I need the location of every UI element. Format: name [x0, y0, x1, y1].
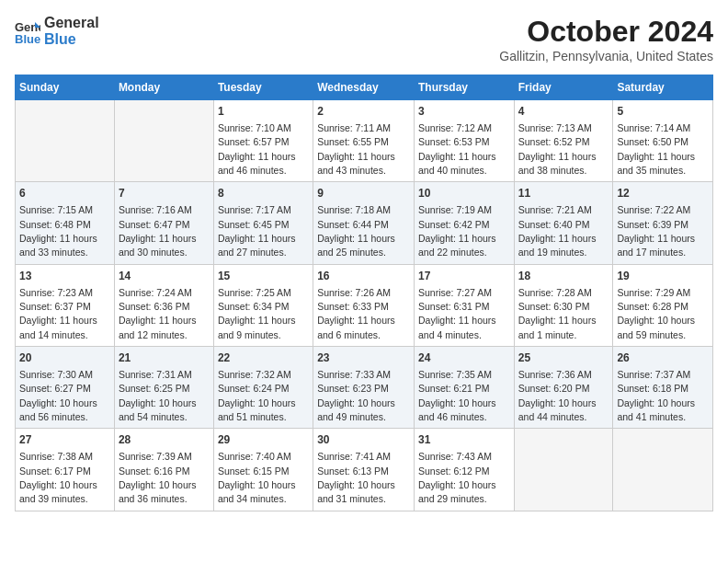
calendar-day-cell: 17Sunrise: 7:27 AMSunset: 6:31 PMDayligh… [414, 264, 514, 346]
day-number: 20 [19, 350, 110, 366]
calendar-day-cell: 11Sunrise: 7:21 AMSunset: 6:40 PMDayligh… [514, 182, 613, 264]
day-number: 5 [617, 104, 709, 120]
day-number: 15 [218, 269, 309, 284]
day-number: 25 [518, 350, 609, 366]
day-info: Sunrise: 7:40 AMSunset: 6:15 PMDaylight:… [218, 451, 296, 504]
day-number: 10 [418, 186, 510, 201]
day-info: Sunrise: 7:23 AMSunset: 6:37 PMDaylight:… [19, 287, 97, 340]
day-number: 21 [119, 350, 210, 366]
day-number: 16 [317, 269, 410, 284]
calendar-day-cell: 24Sunrise: 7:35 AMSunset: 6:21 PMDayligh… [414, 347, 514, 429]
day-number: 23 [317, 350, 410, 366]
day-info: Sunrise: 7:27 AMSunset: 6:31 PMDaylight:… [418, 287, 496, 340]
day-number: 11 [518, 186, 609, 201]
calendar-week-row: 27Sunrise: 7:38 AMSunset: 6:17 PMDayligh… [16, 429, 713, 511]
calendar-day-cell: 4Sunrise: 7:13 AMSunset: 6:52 PMDaylight… [514, 100, 613, 182]
day-number: 12 [617, 186, 709, 201]
logo-line2: Blue [44, 31, 99, 48]
day-number: 13 [19, 269, 110, 284]
day-number: 14 [119, 269, 210, 284]
day-info: Sunrise: 7:24 AMSunset: 6:36 PMDaylight:… [119, 287, 197, 340]
calendar-day-cell: 10Sunrise: 7:19 AMSunset: 6:42 PMDayligh… [414, 182, 514, 264]
day-number: 28 [119, 432, 210, 448]
weekday-header: Wednesday [313, 75, 415, 100]
day-number: 4 [518, 104, 609, 120]
day-info: Sunrise: 7:16 AMSunset: 6:47 PMDaylight:… [119, 204, 197, 258]
calendar-day-cell: 9Sunrise: 7:18 AMSunset: 6:44 PMDaylight… [313, 182, 415, 264]
month-title: October 2024 [499, 15, 713, 49]
calendar-day-cell: 14Sunrise: 7:24 AMSunset: 6:36 PMDayligh… [114, 264, 213, 346]
calendar-week-row: 20Sunrise: 7:30 AMSunset: 6:27 PMDayligh… [16, 347, 713, 429]
svg-text:Blue: Blue [15, 32, 40, 44]
day-info: Sunrise: 7:28 AMSunset: 6:30 PMDaylight:… [518, 287, 597, 340]
weekday-header-row: SundayMondayTuesdayWednesdayThursdayFrid… [16, 75, 713, 100]
day-number: 22 [218, 350, 309, 366]
calendar-day-cell: 1Sunrise: 7:10 AMSunset: 6:57 PMDaylight… [213, 100, 313, 182]
logo: General Blue General Blue [15, 15, 99, 48]
day-info: Sunrise: 7:41 AMSunset: 6:13 PMDaylight:… [317, 451, 395, 504]
logo-icon: General Blue [15, 18, 40, 44]
day-number: 18 [518, 269, 609, 284]
day-number: 29 [218, 432, 309, 448]
calendar-day-cell: 7Sunrise: 7:16 AMSunset: 6:47 PMDaylight… [114, 182, 213, 264]
day-number: 19 [617, 269, 709, 284]
day-number: 7 [119, 186, 210, 201]
day-number: 3 [418, 104, 510, 120]
calendar-day-cell: 23Sunrise: 7:33 AMSunset: 6:23 PMDayligh… [313, 347, 415, 429]
weekday-header: Saturday [613, 75, 713, 100]
weekday-header: Monday [114, 75, 213, 100]
weekday-header: Friday [514, 75, 613, 100]
day-number: 17 [418, 269, 510, 284]
day-info: Sunrise: 7:37 AMSunset: 6:18 PMDaylight:… [617, 369, 695, 422]
day-info: Sunrise: 7:21 AMSunset: 6:40 PMDaylight:… [518, 204, 597, 258]
day-number: 30 [317, 432, 410, 448]
day-info: Sunrise: 7:29 AMSunset: 6:28 PMDaylight:… [617, 287, 695, 340]
day-number: 2 [317, 104, 410, 120]
day-info: Sunrise: 7:12 AMSunset: 6:53 PMDaylight:… [418, 122, 496, 176]
day-number: 9 [317, 186, 410, 201]
day-info: Sunrise: 7:33 AMSunset: 6:23 PMDaylight:… [317, 369, 395, 422]
day-info: Sunrise: 7:14 AMSunset: 6:50 PMDaylight:… [617, 122, 695, 176]
calendar-day-cell: 3Sunrise: 7:12 AMSunset: 6:53 PMDaylight… [414, 100, 514, 182]
day-info: Sunrise: 7:31 AMSunset: 6:25 PMDaylight:… [119, 369, 197, 422]
calendar-day-cell: 12Sunrise: 7:22 AMSunset: 6:39 PMDayligh… [613, 182, 713, 264]
calendar-day-cell: 20Sunrise: 7:30 AMSunset: 6:27 PMDayligh… [16, 347, 115, 429]
day-info: Sunrise: 7:13 AMSunset: 6:52 PMDaylight:… [518, 122, 597, 176]
calendar-week-row: 6Sunrise: 7:15 AMSunset: 6:48 PMDaylight… [16, 182, 713, 264]
calendar-day-cell: 13Sunrise: 7:23 AMSunset: 6:37 PMDayligh… [16, 264, 115, 346]
day-info: Sunrise: 7:38 AMSunset: 6:17 PMDaylight:… [19, 451, 97, 504]
day-number: 8 [218, 186, 309, 201]
day-number: 31 [418, 432, 510, 448]
day-info: Sunrise: 7:19 AMSunset: 6:42 PMDaylight:… [418, 204, 496, 258]
day-info: Sunrise: 7:43 AMSunset: 6:12 PMDaylight:… [418, 451, 496, 504]
calendar-day-cell: 29Sunrise: 7:40 AMSunset: 6:15 PMDayligh… [213, 429, 313, 511]
calendar-day-cell [613, 429, 713, 511]
calendar-day-cell: 18Sunrise: 7:28 AMSunset: 6:30 PMDayligh… [514, 264, 613, 346]
location: Gallitzin, Pennsylvania, United States [499, 49, 713, 63]
calendar-day-cell: 30Sunrise: 7:41 AMSunset: 6:13 PMDayligh… [313, 429, 415, 511]
day-info: Sunrise: 7:11 AMSunset: 6:55 PMDaylight:… [317, 122, 395, 176]
calendar-day-cell: 21Sunrise: 7:31 AMSunset: 6:25 PMDayligh… [114, 347, 213, 429]
day-info: Sunrise: 7:17 AMSunset: 6:45 PMDaylight:… [218, 204, 296, 258]
day-info: Sunrise: 7:10 AMSunset: 6:57 PMDaylight:… [218, 122, 296, 176]
day-number: 1 [218, 104, 309, 120]
calendar-day-cell: 27Sunrise: 7:38 AMSunset: 6:17 PMDayligh… [16, 429, 115, 511]
calendar-table: SundayMondayTuesdayWednesdayThursdayFrid… [15, 75, 713, 511]
calendar-week-row: 13Sunrise: 7:23 AMSunset: 6:37 PMDayligh… [16, 264, 713, 346]
calendar-day-cell: 19Sunrise: 7:29 AMSunset: 6:28 PMDayligh… [613, 264, 713, 346]
calendar-day-cell: 5Sunrise: 7:14 AMSunset: 6:50 PMDaylight… [613, 100, 713, 182]
day-info: Sunrise: 7:32 AMSunset: 6:24 PMDaylight:… [218, 369, 296, 422]
day-info: Sunrise: 7:22 AMSunset: 6:39 PMDaylight:… [617, 204, 695, 258]
weekday-header: Sunday [16, 75, 115, 100]
day-info: Sunrise: 7:39 AMSunset: 6:16 PMDaylight:… [119, 451, 197, 504]
day-info: Sunrise: 7:35 AMSunset: 6:21 PMDaylight:… [418, 369, 496, 422]
calendar-week-row: 1Sunrise: 7:10 AMSunset: 6:57 PMDaylight… [16, 100, 713, 182]
calendar-day-cell: 25Sunrise: 7:36 AMSunset: 6:20 PMDayligh… [514, 347, 613, 429]
day-number: 27 [19, 432, 110, 448]
calendar-body: 1Sunrise: 7:10 AMSunset: 6:57 PMDaylight… [16, 100, 713, 511]
day-info: Sunrise: 7:18 AMSunset: 6:44 PMDaylight:… [317, 204, 395, 258]
calendar-header: SundayMondayTuesdayWednesdayThursdayFrid… [16, 75, 713, 100]
day-info: Sunrise: 7:30 AMSunset: 6:27 PMDaylight:… [19, 369, 97, 422]
logo-line1: General [44, 15, 99, 31]
calendar-day-cell: 22Sunrise: 7:32 AMSunset: 6:24 PMDayligh… [213, 347, 313, 429]
